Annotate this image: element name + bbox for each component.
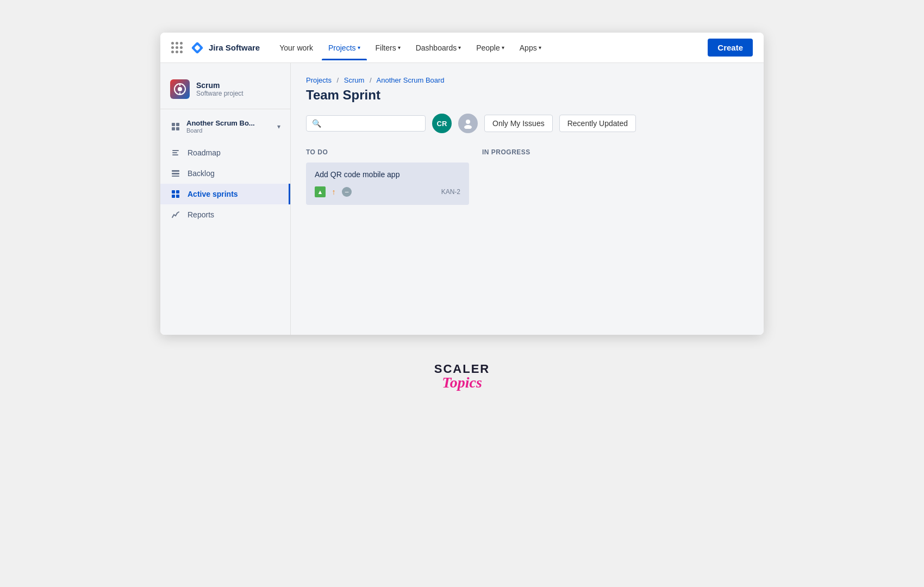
svg-rect-9 [176,127,179,130]
svg-rect-14 [172,173,179,174]
project-icon [170,79,190,99]
page-title: Team Sprint [306,88,748,103]
apps-chevron: ▾ [539,45,541,51]
nav-people[interactable]: People ▾ [470,40,511,55]
active-sprints-icon [170,189,181,199]
in-progress-column-header: IN PROGRESS [482,144,578,163]
svg-point-3 [178,87,182,91]
svg-rect-10 [172,150,179,151]
svg-rect-6 [172,123,175,126]
svg-rect-16 [172,190,175,193]
issue-type-icon: ▲ [315,186,326,197]
breadcrumb-scrum[interactable]: Scrum [344,76,365,84]
todo-column: TO DO Add QR code mobile app ▲ ↑ – KAN-2 [306,144,469,205]
board-chevron-icon: ▾ [277,123,280,130]
people-chevron: ▾ [502,45,504,51]
breadcrumb: Projects / Scrum / Another Scrum Board [306,76,748,84]
avatar-guest[interactable] [458,114,478,133]
nav-your-work[interactable]: Your work [273,40,320,55]
nav-dashboards[interactable]: Dashboards ▾ [409,40,468,55]
backlog-icon [170,168,181,179]
sidebar: Scrum Software project [160,63,291,335]
svg-point-20 [466,120,470,124]
logo-area: Jira Software [171,41,260,55]
issue-card-kan2[interactable]: Add QR code mobile app ▲ ↑ – KAN-2 [306,163,469,205]
roadmap-icon [170,147,181,158]
nav-links: Your work Projects ▾ Filters ▾ Dashboard… [273,40,695,55]
breadcrumb-sep1: / [337,76,339,84]
svg-rect-11 [172,152,177,153]
breadcrumb-board[interactable]: Another Scrum Board [377,76,445,84]
sidebar-item-backlog[interactable]: Backlog [160,163,290,184]
breadcrumb-sep2: / [370,76,372,84]
sidebar-item-reports[interactable]: Reports [160,204,290,225]
search-box[interactable]: 🔍 [306,115,426,132]
reports-icon [170,209,181,220]
svg-rect-19 [176,195,179,198]
projects-chevron: ▾ [358,45,360,51]
svg-rect-12 [172,154,178,155]
board: TO DO Add QR code mobile app ▲ ↑ – KAN-2 [306,144,748,205]
svg-rect-18 [172,195,175,198]
nav-projects[interactable]: Projects ▾ [322,40,367,55]
top-navigation: Jira Software Your work Projects ▾ Filte… [160,33,764,63]
only-my-issues-button[interactable]: Only My Issues [484,115,553,132]
jira-diamond-icon [190,41,204,55]
guest-user-icon [463,118,473,129]
scaler-topics-text: Topics [442,374,482,391]
project-name: Scrum [196,81,244,90]
issue-priority-icon: ↑ [329,187,339,197]
board-icon-svg [171,122,180,131]
todo-column-header: TO DO [306,144,469,163]
board-selector-left: Another Scrum Bo... Board [170,119,255,134]
avatar-cr[interactable]: CR [432,114,452,133]
svg-rect-8 [172,127,175,130]
svg-rect-7 [176,123,179,126]
issue-status-icon: – [342,187,352,197]
main-content: Projects / Scrum / Another Scrum Board T… [291,63,764,335]
svg-rect-17 [176,190,179,193]
breadcrumb-projects[interactable]: Projects [306,76,332,84]
scaler-logo: SCALER Topics [434,362,490,391]
board-label: Another Scrum Bo... Board [186,119,255,134]
nav-apps[interactable]: Apps ▾ [513,40,548,55]
sidebar-project-header: Scrum Software project [160,74,290,109]
create-button[interactable]: Create [708,39,753,57]
svg-rect-15 [172,176,179,177]
issue-title: Add QR code mobile app [315,170,460,179]
apps-grid-icon[interactable] [171,42,183,53]
dashboards-chevron: ▾ [458,45,461,51]
content-area: Scrum Software project [160,63,764,335]
jira-logo [190,41,204,55]
toolbar: 🔍 CR Only My Issues Recently Updated [306,114,748,133]
issue-id: KAN-2 [441,188,460,196]
recently-updated-button[interactable]: Recently Updated [559,115,636,132]
sidebar-board-selector[interactable]: Another Scrum Bo... Board ▾ [160,115,290,138]
filters-chevron: ▾ [398,45,401,51]
sidebar-item-roadmap[interactable]: Roadmap [160,142,290,163]
issue-meta: ▲ ↑ – KAN-2 [315,186,460,197]
project-info: Scrum Software project [196,81,244,97]
nav-filters[interactable]: Filters ▾ [369,40,407,55]
search-icon: 🔍 [312,119,321,128]
project-type: Software project [196,90,244,97]
svg-point-21 [464,125,472,129]
brand-name: Jira Software [209,43,260,52]
svg-rect-13 [172,170,179,172]
board-grid-icon [170,121,181,132]
in-progress-column: IN PROGRESS [469,144,578,205]
search-input[interactable] [324,119,420,128]
scrum-icon [174,83,186,95]
sidebar-item-active-sprints[interactable]: Active sprints [160,184,290,204]
